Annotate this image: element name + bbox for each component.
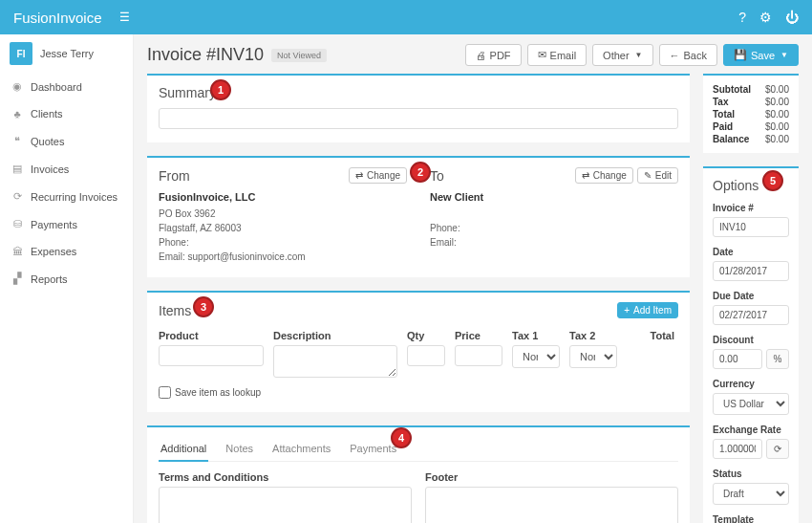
item-product-input[interactable] [159,345,264,366]
user-block: FI Jesse Terry [0,34,133,73]
from-title: From [159,168,190,184]
tab-notes[interactable]: Notes [224,437,255,461]
col-price: Price [455,330,502,341]
rate-input[interactable] [713,439,762,459]
nav-label: Expenses [31,246,76,257]
sidebar-item[interactable]: ▤Invoices [0,155,133,183]
back-button[interactable]: ←Back [659,44,717,66]
to-change-button[interactable]: ⇄ Change [575,167,633,184]
nav-icon: ⛁ [11,218,23,230]
date-input[interactable] [713,261,789,281]
nav-label: Clients [31,108,63,120]
nav-label: Invoices [31,163,69,175]
from-line1: PO Box 3962 [159,207,407,221]
to-edit-button[interactable]: ✎ Edit [637,167,678,184]
col-qty: Qty [407,330,445,341]
exchange-icon: ⇄ [355,170,363,181]
other-button[interactable]: Other▼ [592,44,652,66]
from-change-button[interactable]: ⇄ Change [349,167,407,184]
help-icon[interactable]: ? [738,10,746,25]
col-tax2: Tax 2 [569,330,617,341]
tab-additional[interactable]: Additional [159,437,208,462]
items-panel: Items + Add Item Product Description Qty… [147,291,690,412]
save-lookup-checkbox[interactable] [159,386,171,399]
from-name: FusionInvoice, LLC [159,191,407,203]
tab-attachments[interactable]: Attachments [270,437,332,461]
topbar: FusionInvoice ☰ ? ⚙ ⏻ [0,0,812,34]
sidebar-item[interactable]: ♣Clients [0,100,133,127]
col-tax1: Tax 1 [512,330,560,341]
item-price-input[interactable] [455,345,502,366]
save-icon: 💾 [734,49,747,61]
nav-icon: ▤ [11,163,23,175]
to-email: Email: [430,235,678,250]
gear-icon[interactable]: ⚙ [759,10,772,25]
nav-icon: ▞ [11,272,23,285]
to-title: To [430,168,444,184]
email-button[interactable]: ✉Email [527,44,588,66]
sidebar-item[interactable]: ⟳Recurring Invoices [0,183,133,210]
col-desc: Description [273,330,397,341]
nav-icon: ❝ [11,135,23,147]
nav-icon: ◉ [11,80,23,93]
percent-label: % [766,349,789,369]
sidebar: FI Jesse Terry ◉Dashboard♣Clients❝Quotes… [0,34,134,523]
items-title: Items [159,303,191,318]
arrow-left-icon: ← [670,50,680,61]
status-select[interactable]: Draft [713,483,789,505]
nav-label: Reports [31,273,68,285]
page-title: Invoice #INV10 [147,45,264,65]
sidebar-item[interactable]: ⛁Payments [0,210,133,238]
col-total: Total [627,330,674,341]
sidebar-item[interactable]: 🏛Expenses [0,238,133,265]
invoice-no-input[interactable] [713,217,789,237]
nav-icon: ♣ [11,108,23,120]
options-panel: Options Invoice # Date Due Date Discount… [703,166,799,523]
nav-label: Dashboard [31,81,82,93]
nav-icon: 🏛 [11,246,23,257]
status-badge: Not Viewed [271,49,327,62]
summary-input[interactable] [159,108,678,129]
nav-label: Quotes [31,136,64,147]
item-tax2-select[interactable]: None [569,345,617,368]
brand: FusionInvoice [13,10,102,26]
to-phone: Phone: [430,221,678,235]
sidebar-item[interactable]: ▞Reports [0,265,133,293]
sidebar-item[interactable]: ◉Dashboard [0,73,133,100]
menu-toggle-icon[interactable]: ☰ [119,11,130,24]
chevron-down-icon: ▼ [780,51,788,59]
currency-select[interactable]: US Dollar [713,393,789,415]
sidebar-item[interactable]: ❝Quotes [0,127,133,155]
summary-title: Summary [159,85,216,100]
save-button[interactable]: 💾Save▼ [723,44,799,66]
terms-input[interactable] [159,487,412,523]
tab-payments[interactable]: Payments [348,437,398,461]
user-name: Jesse Terry [40,48,94,59]
power-icon[interactable]: ⏻ [785,10,799,25]
add-item-button[interactable]: + Add Item [617,302,678,318]
totals-panel: Subtotal$0.00 Tax$0.00 Total$0.00 Paid$0… [703,74,799,153]
nav-label: Recurring Invoices [31,191,118,203]
print-icon: 🖨 [476,50,486,61]
nav-label: Payments [31,219,77,230]
item-tax1-select[interactable]: None [512,345,560,368]
footer-input[interactable] [425,487,678,523]
from-email: Email: support@fusioninvoice.com [159,250,407,264]
col-product: Product [159,330,264,341]
refresh-icon[interactable]: ⟳ [766,439,789,459]
mail-icon: ✉ [538,49,546,61]
footer-label: Footer [425,471,678,483]
fromto-panel: From ⇄ Change FusionInvoice, LLC PO Box … [147,156,690,277]
from-phone: Phone: [159,235,407,250]
due-date-input[interactable] [713,305,789,325]
from-line2: Flagstaff, AZ 86003 [159,221,407,235]
pdf-button[interactable]: 🖨PDF [465,44,522,66]
tabs-panel: Additional Notes Attachments Payments Te… [147,425,690,523]
to-name: New Client [430,191,678,203]
avatar: FI [10,42,32,65]
terms-label: Terms and Conditions [159,471,412,483]
item-qty-input[interactable] [407,345,445,366]
item-desc-input[interactable] [273,345,397,378]
exchange-icon: ⇄ [582,170,589,181]
discount-input[interactable] [713,349,762,369]
